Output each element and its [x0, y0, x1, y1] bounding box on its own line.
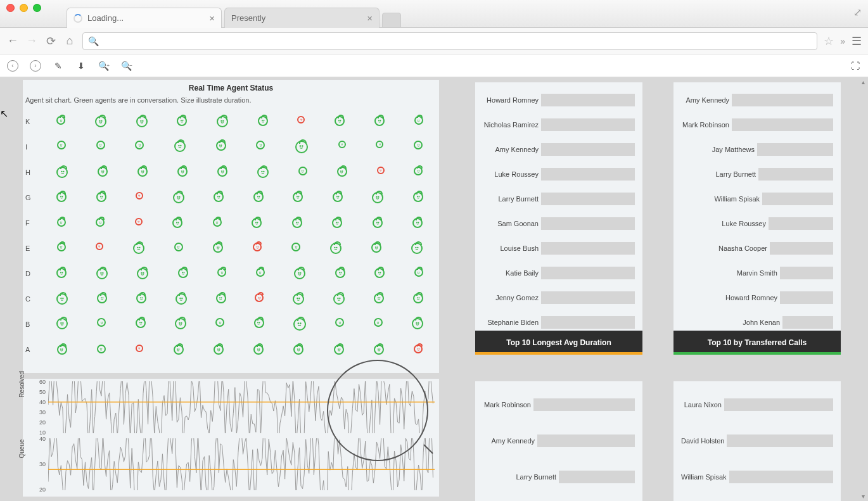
agent-icon[interactable] — [177, 116, 187, 126]
hamburger-menu-icon[interactable]: ☰ — [852, 34, 862, 48]
agent-icon[interactable] — [413, 293, 423, 303]
agent-icon[interactable] — [97, 293, 107, 303]
agent-icon[interactable] — [173, 192, 184, 203]
agent-icon[interactable] — [136, 192, 143, 200]
agent-icon[interactable] — [294, 268, 305, 279]
bookmark-star-icon[interactable]: ☆ — [824, 34, 834, 48]
back-button[interactable]: ← — [6, 35, 19, 48]
agent-icon[interactable] — [97, 345, 106, 353]
agent-icon[interactable] — [254, 318, 264, 328]
agent-icon[interactable] — [252, 218, 262, 228]
list-row[interactable]: Mark Robinson — [681, 112, 833, 137]
agent-icon[interactable] — [57, 243, 66, 251]
list-row[interactable]: Amy Kennedy — [483, 137, 635, 162]
tab-presently[interactable]: Presently × — [224, 8, 380, 28]
agent-icon[interactable] — [338, 141, 346, 148]
list-row[interactable]: Luke Roussey — [483, 162, 635, 186]
agent-icon[interactable] — [292, 218, 302, 228]
agent-icon[interactable] — [215, 318, 224, 327]
agent-icon[interactable] — [95, 116, 106, 127]
agent-icon[interactable] — [217, 167, 227, 177]
agent-icon[interactable] — [177, 167, 188, 177]
agent-icon[interactable] — [57, 345, 67, 355]
agent-icon[interactable] — [57, 218, 66, 227]
agent-icon[interactable] — [371, 243, 381, 253]
agent-icon[interactable] — [174, 141, 186, 152]
agent-icon[interactable] — [57, 141, 66, 149]
agent-icon[interactable] — [412, 218, 423, 228]
agent-icon[interactable] — [216, 141, 226, 151]
window-close-button[interactable] — [6, 4, 15, 12]
list-row[interactable]: Nicholas Ramirez — [483, 112, 635, 137]
zoom-out-button[interactable]: 🔍− — [120, 60, 133, 72]
list-row[interactable]: William Spisak — [681, 459, 833, 495]
agent-icon[interactable] — [335, 116, 345, 126]
list-row[interactable]: Louise Bush — [483, 236, 635, 260]
agent-icon[interactable] — [333, 192, 343, 202]
agent-icon[interactable] — [216, 293, 226, 303]
agent-icon[interactable] — [96, 268, 108, 279]
agent-icon[interactable] — [214, 345, 224, 355]
agent-icon[interactable] — [56, 318, 68, 329]
agent-icon[interactable] — [135, 218, 143, 225]
agent-icon[interactable] — [56, 293, 68, 305]
agent-icon[interactable] — [217, 268, 226, 277]
tab-close-icon[interactable]: × — [367, 13, 373, 23]
agent-icon[interactable] — [178, 268, 188, 278]
agent-icon[interactable] — [295, 141, 308, 153]
agent-icon[interactable] — [412, 318, 423, 329]
list-row[interactable]: Jay Matthews — [681, 137, 833, 162]
list-row[interactable]: David Holsten — [681, 422, 833, 459]
agent-icon[interactable] — [214, 192, 224, 202]
agent-icon[interactable] — [298, 167, 307, 175]
agent-icon[interactable] — [96, 243, 103, 250]
agent-icon[interactable] — [217, 116, 228, 127]
list-row[interactable]: Amy Kennedy — [681, 87, 833, 112]
list-row[interactable]: Jenny Gomez — [483, 285, 635, 310]
agent-icon[interactable] — [133, 243, 144, 254]
address-bar[interactable]: 🔍 — [82, 32, 817, 50]
reload-button[interactable]: ⟳ — [44, 35, 57, 48]
home-button[interactable]: ⌂ — [63, 35, 76, 48]
agent-icon[interactable] — [97, 318, 106, 327]
agent-icon[interactable] — [258, 116, 268, 126]
agent-icon[interactable] — [175, 318, 186, 329]
agent-icon[interactable] — [297, 116, 305, 124]
agent-icon[interactable] — [414, 345, 423, 353]
agent-icon[interactable] — [374, 268, 385, 278]
agent-icon[interactable] — [374, 318, 383, 327]
agent-icon[interactable] — [136, 293, 146, 303]
window-minimize-button[interactable] — [20, 4, 28, 12]
agent-icon[interactable] — [96, 192, 106, 202]
agent-icon[interactable] — [136, 318, 146, 328]
agent-icon[interactable] — [414, 268, 423, 277]
list-row[interactable]: Katie Baily — [483, 260, 635, 285]
agent-icon[interactable] — [293, 293, 304, 305]
agent-icon[interactable] — [137, 167, 148, 177]
agent-icon[interactable] — [373, 218, 383, 228]
tab-close-icon[interactable]: × — [209, 13, 215, 23]
agent-icon[interactable] — [256, 141, 265, 149]
agent-icon[interactable] — [374, 345, 384, 355]
agent-icon[interactable] — [293, 318, 306, 331]
download-button[interactable]: ⬇ — [75, 60, 87, 72]
agent-icon[interactable] — [137, 268, 148, 279]
agent-icon[interactable] — [337, 167, 347, 177]
agent-icon[interactable] — [135, 141, 144, 149]
agent-icon[interactable] — [176, 293, 187, 305]
agent-icon[interactable] — [377, 167, 385, 174]
agent-icon[interactable] — [374, 293, 384, 303]
list-row[interactable]: Howard Romney — [681, 285, 833, 310]
zoom-in-button[interactable]: 🔍+ — [98, 60, 110, 72]
overflow-chevron-icon[interactable]: » — [840, 36, 845, 46]
list-row[interactable]: Mark Robinson — [483, 386, 635, 422]
agent-icon[interactable] — [293, 345, 303, 355]
agent-icon[interactable] — [136, 116, 148, 127]
list-row[interactable]: Laura Nixon — [681, 386, 833, 422]
agent-icon[interactable] — [291, 243, 300, 251]
agent-icon[interactable] — [293, 192, 303, 202]
agent-icon[interactable] — [411, 243, 423, 254]
list-row[interactable]: Naasha Cooper — [681, 236, 833, 260]
list-row[interactable]: William Spisak — [681, 186, 833, 211]
agent-icon[interactable] — [136, 345, 143, 352]
